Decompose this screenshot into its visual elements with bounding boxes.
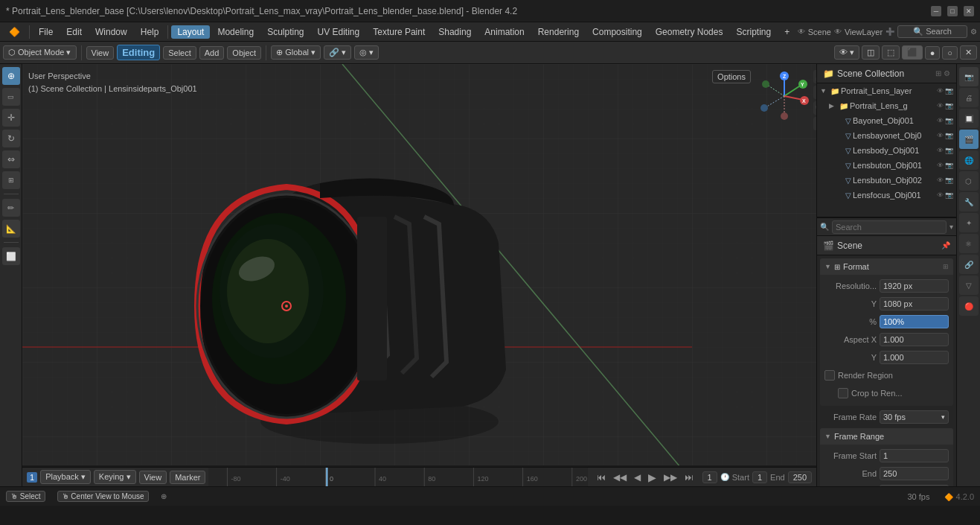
- prop-icon-world[interactable]: 🌐: [959, 150, 979, 170]
- prop-icon-physics[interactable]: ⚛: [959, 234, 979, 253]
- prop-icon-data[interactable]: ▽: [959, 276, 979, 295]
- toolbar-object[interactable]: Object: [227, 46, 261, 60]
- render-icon[interactable]: 📷: [945, 191, 953, 199]
- step-forward-btn[interactable]: ▶▶: [661, 472, 680, 483]
- visibility-icon[interactable]: 👁: [937, 132, 944, 139]
- tool-annotate[interactable]: ✏: [2, 199, 20, 217]
- outliner-item-lensbayonet[interactable]: ▶ ▽ Lensbayonet_Obj0 👁 📷: [817, 128, 956, 143]
- frame-rate-select[interactable]: 30 fps ▾: [880, 410, 949, 424]
- menu-scripting[interactable]: Scripting: [730, 25, 777, 39]
- step-back-btn[interactable]: ◀: [631, 472, 644, 483]
- prop-icon-modifiers[interactable]: 🔧: [959, 192, 979, 211]
- menu-rendering[interactable]: Rendering: [532, 25, 585, 39]
- frame-end-input[interactable]: 250: [880, 467, 949, 480]
- tool-transform[interactable]: ⊞: [2, 171, 20, 189]
- frame-start-input[interactable]: 1: [880, 449, 949, 462]
- toolbar-proportional[interactable]: ◎ ▾: [354, 45, 379, 60]
- prop-icon-particles[interactable]: ✦: [959, 213, 979, 232]
- menu-edit[interactable]: Edit: [60, 25, 88, 39]
- timeline-marker-menu[interactable]: Marker: [170, 471, 205, 484]
- resolution-x-input[interactable]: 1920 px: [880, 279, 949, 293]
- visibility-icon[interactable]: 👁: [937, 176, 944, 184]
- tool-select-box[interactable]: ▭: [2, 88, 20, 106]
- tool-add-cube[interactable]: ⬜: [2, 247, 20, 265]
- menu-help[interactable]: Help: [135, 25, 165, 39]
- jump-start-btn[interactable]: ⏮: [594, 472, 609, 483]
- resolution-pct-input[interactable]: 100%: [880, 315, 949, 328]
- render-icon[interactable]: 📷: [945, 176, 953, 184]
- menu-texture-paint[interactable]: Texture Paint: [367, 25, 431, 39]
- visibility-icon[interactable]: 👁: [937, 162, 944, 169]
- visibility-icon[interactable]: 👁: [937, 87, 944, 95]
- close-button[interactable]: ✕: [964, 6, 974, 16]
- toolbar-transform[interactable]: ⊕ Global ▾: [271, 45, 321, 60]
- jump-end-btn[interactable]: ⏭: [682, 472, 696, 483]
- resolution-y-input[interactable]: 1080 px: [880, 297, 949, 311]
- prev-keyframe-btn[interactable]: ◀◀: [610, 472, 630, 483]
- outliner-item-portrait-lens-g[interactable]: ▶ 📁 Portrait_Lens_g 👁 📷: [817, 98, 956, 113]
- toolbar-select[interactable]: Select: [163, 46, 196, 60]
- toolbar-shading-wire[interactable]: ⬚: [882, 45, 900, 60]
- menu-modeling[interactable]: Modeling: [211, 25, 260, 39]
- 3d-viewport[interactable]: User Perspective (1) Scene Collection | …: [22, 64, 816, 465]
- menu-window[interactable]: Window: [89, 25, 133, 39]
- visibility-icon[interactable]: 👁: [937, 147, 944, 154]
- visibility-icon[interactable]: 👁: [937, 102, 944, 109]
- render-icon[interactable]: 📷: [945, 132, 953, 139]
- menu-file[interactable]: File: [33, 25, 59, 39]
- format-header[interactable]: ▼ ⊞ Format ⊞: [820, 258, 953, 275]
- zoom-icon[interactable]: 🔍: [813, 101, 816, 115]
- timeline-view-menu[interactable]: View: [139, 471, 167, 484]
- filter-icon[interactable]: ⊞: [935, 69, 941, 77]
- frame-number-input[interactable]: 1: [702, 471, 717, 483]
- tool-move[interactable]: ✛: [2, 109, 20, 127]
- filter-options-icon[interactable]: ▾: [949, 223, 953, 231]
- prop-icon-scene[interactable]: 🎬: [959, 130, 979, 149]
- timeline-keying-menu[interactable]: Keying ▾: [94, 470, 136, 484]
- search-scenes[interactable]: 🔍 Search: [897, 25, 967, 38]
- start-frame-input[interactable]: 1: [752, 471, 767, 483]
- toolbar-view[interactable]: View: [86, 46, 115, 60]
- tool-cursor[interactable]: ⊕: [2, 67, 20, 85]
- outliner-item-lensbuton1[interactable]: ▶ ▽ Lensbuton_Obj001 👁 📷: [817, 158, 956, 173]
- format-options-icon[interactable]: ⊞: [943, 263, 949, 270]
- tool-rotate[interactable]: ↻: [2, 130, 20, 147]
- visibility-icon[interactable]: 👁: [937, 191, 944, 199]
- outliner-item-lensbody[interactable]: ▶ ▽ Lensbody_Obj001 👁 📷: [817, 143, 956, 158]
- menu-uv-editing[interactable]: UV Editing: [312, 25, 366, 39]
- toolbar-shading-material[interactable]: ●: [925, 46, 941, 60]
- prop-icon-constraints[interactable]: 🔗: [959, 255, 979, 274]
- toolbar-mode[interactable]: ⬡ Object Mode ▾: [3, 45, 77, 60]
- render-icon[interactable]: 📷: [945, 147, 953, 154]
- aspect-y-input[interactable]: 1.000: [880, 351, 949, 364]
- toolbar-editing[interactable]: Editing: [117, 45, 160, 60]
- aspect-x-input[interactable]: 1.000: [880, 333, 949, 346]
- menu-sculpting[interactable]: Sculpting: [261, 25, 310, 39]
- menu-add[interactable]: +: [778, 25, 795, 39]
- toolbar-snap[interactable]: 🔗 ▾: [324, 45, 351, 60]
- menu-shading[interactable]: Shading: [432, 25, 477, 39]
- frame-range-header[interactable]: ▼ Frame Range: [820, 428, 953, 445]
- toolbar-xray[interactable]: ◫: [862, 45, 880, 60]
- visibility-icon[interactable]: 👁: [937, 117, 944, 124]
- render-icon[interactable]: 📷: [945, 117, 953, 124]
- toolbar-overlay[interactable]: 👁 ▾: [834, 45, 859, 60]
- outliner-settings-icon[interactable]: ⚙: [944, 69, 950, 77]
- outliner-item-lensbuton2[interactable]: ▶ ▽ Lensbuton_Obj002 👁 📷: [817, 173, 956, 188]
- prop-icon-render[interactable]: 📷: [959, 67, 979, 86]
- pan-icon[interactable]: ✋: [813, 86, 816, 99]
- render-region-checkbox[interactable]: [824, 370, 835, 381]
- pin-icon[interactable]: 📌: [941, 241, 950, 249]
- frame-step-input[interactable]: 1: [880, 485, 949, 486]
- timeline-playback-menu[interactable]: Playback ▾: [40, 470, 91, 484]
- options-button[interactable]: Options: [712, 70, 751, 83]
- toolbar-gizmo[interactable]: ✕: [960, 45, 977, 60]
- grid-icon[interactable]: ⊞: [813, 117, 816, 130]
- toolbar-shading-render[interactable]: ○: [942, 46, 958, 60]
- menu-blender[interactable]: 🔶: [3, 25, 26, 39]
- play-btn[interactable]: ▶: [645, 471, 659, 483]
- menu-layout[interactable]: Layout: [171, 25, 210, 39]
- toolbar-shading-solid[interactable]: ⬛: [902, 45, 923, 60]
- render-icon[interactable]: 📷: [945, 87, 953, 95]
- prop-icon-material[interactable]: 🔴: [959, 296, 979, 316]
